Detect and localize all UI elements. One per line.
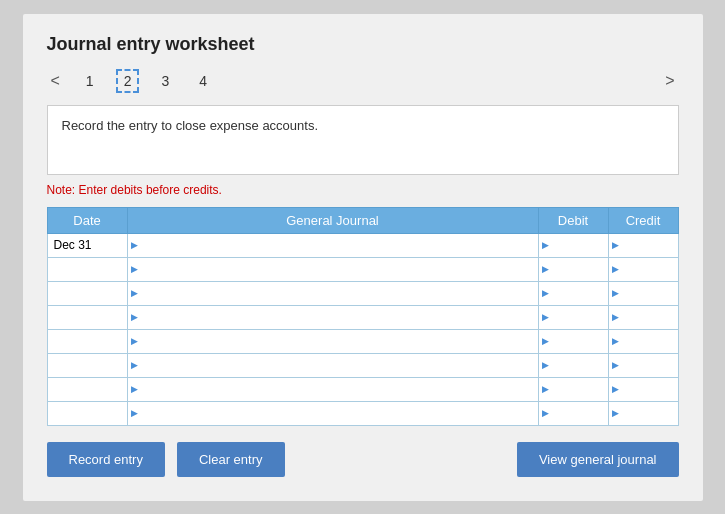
table-row [47,401,678,425]
credit-input[interactable] [613,306,674,329]
journal-cell[interactable] [127,233,538,257]
debit-input[interactable] [543,330,604,353]
instruction-box: Record the entry to close expense accoun… [47,105,679,175]
header-debit: Debit [538,207,608,233]
debit-cell[interactable] [538,329,608,353]
header-credit: Credit [608,207,678,233]
credit-cell[interactable] [608,377,678,401]
nav-prev-arrow[interactable]: < [47,70,64,92]
journal-cell[interactable] [127,377,538,401]
date-input[interactable] [52,306,123,329]
debit-cell[interactable] [538,233,608,257]
journal-input[interactable] [132,378,534,401]
nav-next-arrow[interactable]: > [661,70,678,92]
date-input[interactable] [52,258,123,281]
debit-input[interactable] [543,378,604,401]
table-row [47,353,678,377]
nav-item-4[interactable]: 4 [191,69,215,93]
date-cell[interactable] [47,401,127,425]
debit-cell[interactable] [538,257,608,281]
credit-cell[interactable] [608,305,678,329]
table-row [47,305,678,329]
journal-input[interactable] [132,282,534,305]
credit-cell[interactable] [608,257,678,281]
table-row [47,257,678,281]
date-input[interactable] [52,402,123,425]
credit-input[interactable] [613,330,674,353]
debit-cell[interactable] [538,401,608,425]
date-cell[interactable] [47,377,127,401]
record-entry-button[interactable]: Record entry [47,442,165,477]
debit-cell[interactable] [538,305,608,329]
header-date: Date [47,207,127,233]
nav-item-1[interactable]: 1 [78,69,102,93]
journal-input[interactable] [132,330,534,353]
debit-cell[interactable] [538,281,608,305]
journal-input[interactable] [132,402,534,425]
view-general-journal-button[interactable]: View general journal [517,442,679,477]
instruction-text: Record the entry to close expense accoun… [62,118,319,133]
credit-input[interactable] [613,354,674,377]
date-cell[interactable] [47,281,127,305]
journal-cell[interactable] [127,329,538,353]
worksheet-nav: < 1 2 3 4 > [47,69,679,93]
date-cell[interactable] [47,329,127,353]
credit-input[interactable] [613,378,674,401]
note-text: Note: Enter debits before credits. [47,183,679,197]
date-input[interactable] [52,330,123,353]
date-cell[interactable] [47,305,127,329]
nav-item-2[interactable]: 2 [116,69,140,93]
credit-input[interactable] [613,258,674,281]
credit-input[interactable] [613,402,674,425]
table-row [47,233,678,257]
date-input[interactable] [52,354,123,377]
journal-input[interactable] [132,306,534,329]
debit-input[interactable] [543,234,604,257]
debit-cell[interactable] [538,353,608,377]
journal-cell[interactable] [127,305,538,329]
credit-cell[interactable] [608,281,678,305]
debit-input[interactable] [543,258,604,281]
date-input[interactable] [52,282,123,305]
button-row: Record entry Clear entry View general jo… [47,442,679,477]
journal-cell[interactable] [127,401,538,425]
credit-cell[interactable] [608,233,678,257]
page-title: Journal entry worksheet [47,34,679,55]
debit-input[interactable] [543,354,604,377]
credit-cell[interactable] [608,353,678,377]
journal-cell[interactable] [127,257,538,281]
journal-input[interactable] [132,234,534,257]
header-general-journal: General Journal [127,207,538,233]
debit-input[interactable] [543,402,604,425]
journal-cell[interactable] [127,353,538,377]
debit-cell[interactable] [538,377,608,401]
clear-entry-button[interactable]: Clear entry [177,442,285,477]
table-row [47,329,678,353]
credit-cell[interactable] [608,401,678,425]
journal-input[interactable] [132,258,534,281]
credit-input[interactable] [613,282,674,305]
table-row [47,377,678,401]
date-cell[interactable] [47,257,127,281]
date-input[interactable] [52,234,123,257]
debit-input[interactable] [543,306,604,329]
date-cell[interactable] [47,233,127,257]
credit-cell[interactable] [608,329,678,353]
journal-input[interactable] [132,354,534,377]
nav-item-3[interactable]: 3 [153,69,177,93]
journal-cell[interactable] [127,281,538,305]
table-row [47,281,678,305]
credit-input[interactable] [613,234,674,257]
debit-input[interactable] [543,282,604,305]
date-input[interactable] [52,378,123,401]
date-cell[interactable] [47,353,127,377]
journal-table: Date General Journal Debit Credit [47,207,679,426]
